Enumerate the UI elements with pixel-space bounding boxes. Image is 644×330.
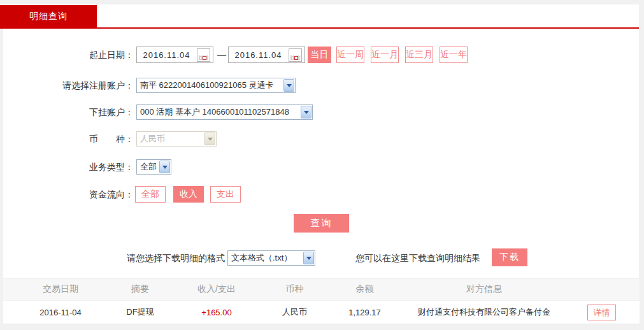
register-account-select[interactable]: 南平 6222001406100921065 灵通卡 (136, 78, 296, 93)
row-counterparty: 财付通支付科技有限公司客户备付金 (392, 301, 576, 324)
date-range-label: 起止日期： (13, 47, 134, 62)
detail-query-page: 明细查询 起止日期： 2016.11.04 — 2016.11.04 当日 近一… (0, 0, 644, 330)
fund-flow-income-button[interactable]: 收入 (173, 186, 204, 203)
tab-label: 明细查询 (29, 11, 68, 22)
tab-underline (0, 27, 639, 29)
end-date-value: 2016.11.04 (234, 50, 282, 60)
quick-range-month-button[interactable]: 近一月 (371, 47, 399, 63)
linked-account-value: 000 活期 基本户 1406600101102571848 (137, 106, 300, 118)
calendar-icon[interactable] (289, 48, 302, 62)
linked-account-label: 下挂账户： (13, 104, 134, 120)
header-income-expense: 收入/支出 (175, 278, 258, 300)
currency-label: 币 种： (13, 131, 134, 147)
row-currency: 人民币 (255, 301, 334, 324)
chevron-down-icon[interactable] (301, 106, 311, 118)
row-summary: DF提现 (92, 301, 188, 324)
business-type-value: 全部 (137, 161, 159, 173)
table-row: 2016-11-04 DF提现 +165.00 人民币 1,129.17 财付通… (3, 301, 640, 324)
quick-range-week-button[interactable]: 近一周 (336, 47, 364, 63)
calendar-icon[interactable] (197, 48, 210, 62)
row-amount: +165.00 (175, 301, 258, 324)
currency-select: 人民币 (136, 131, 217, 147)
query-button[interactable]: 查询 (294, 214, 349, 233)
fund-flow-expense-button[interactable]: 支出 (210, 186, 241, 203)
download-format-value: 文本格式（.txt） (228, 252, 303, 264)
currency-value: 人民币 (137, 133, 204, 145)
start-date-value: 2016.11.04 (143, 50, 190, 60)
business-type-label: 业务类型： (13, 159, 134, 175)
chevron-down-icon (204, 133, 215, 145)
download-format-select[interactable]: 文本格式（.txt） (227, 250, 315, 266)
header-currency: 币种 (255, 278, 334, 300)
quick-range-today-button[interactable]: 当日 (308, 47, 331, 63)
quick-range-year-button[interactable]: 近一年 (440, 47, 468, 63)
tab-detail-query[interactable]: 明细查询 (0, 5, 97, 27)
linked-account-select[interactable]: 000 活期 基本户 1406600101102571848 (136, 104, 313, 120)
date-separator: — (215, 47, 228, 63)
table-header-row: 交易日期 摘要 收入/支出 币种 余额 对方信息 (3, 278, 640, 301)
fund-flow-label: 资金流向： (13, 187, 134, 202)
register-account-label: 请选择注册账户： (13, 78, 134, 93)
register-account-value: 南平 6222001406100921065 灵通卡 (137, 80, 283, 91)
fund-flow-all-button[interactable]: 全部 (135, 186, 166, 203)
chevron-down-icon[interactable] (283, 79, 294, 92)
header-summary: 摘要 (92, 278, 188, 300)
quick-range-quarter-button[interactable]: 近三月 (405, 47, 433, 63)
chevron-down-icon[interactable] (303, 252, 314, 264)
end-date-input[interactable]: 2016.11.04 (228, 47, 305, 63)
download-hint: 您可以在这里下载查询明细结果 (355, 250, 480, 266)
business-type-select[interactable]: 全部 (136, 159, 171, 175)
start-date-input[interactable]: 2016.11.04 (136, 47, 213, 63)
download-format-label: 请您选择下载明细的格式 (96, 250, 225, 266)
detail-button[interactable]: 详情 (587, 305, 616, 320)
download-button[interactable]: 下载 (492, 248, 527, 266)
chevron-down-icon[interactable] (159, 161, 170, 173)
header-counterparty: 对方信息 (392, 278, 576, 300)
